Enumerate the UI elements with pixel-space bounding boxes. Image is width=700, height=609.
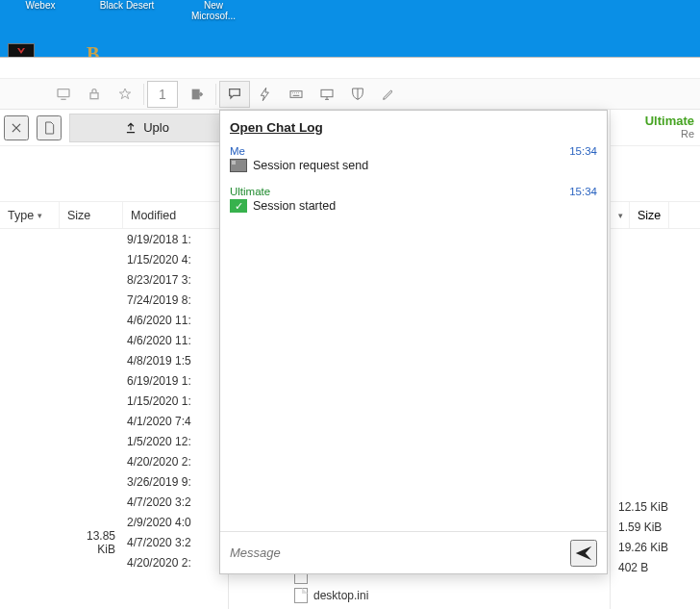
right-rows: 12.15 KiB1.59 KiB19.26 KiB402 B <box>611 229 700 609</box>
table-row[interactable]: 4/6/2020 11: <box>0 330 228 350</box>
col-modified[interactable]: Modified <box>123 202 228 228</box>
chat-message: Ultimate15:34 ✓Session started <box>230 186 597 213</box>
table-row[interactable]: 1/15/2020 4: <box>0 249 228 269</box>
content-area: Uplo Type▾ Size Modified 9/19/2018 1:1/1… <box>0 110 700 609</box>
display-icon[interactable] <box>312 81 342 108</box>
table-row[interactable]: 8/23/2017 3: <box>0 269 228 290</box>
remote-user-header: Ultimate Re <box>611 110 700 146</box>
table-row[interactable]: 9/19/2018 1: <box>0 229 228 249</box>
right-panel: Ultimate Re ▾ Size 12.15 KiB1.59 KiB19.2… <box>610 110 700 609</box>
chat-body: Me15:34 Session request send Ultimate15:… <box>220 141 607 531</box>
table-row[interactable]: 4/1/2020 7:4 <box>0 411 228 431</box>
screen-icon <box>230 159 247 172</box>
table-row[interactable]: 3/26/2019 9: <box>0 471 228 492</box>
chat-icon[interactable] <box>219 81 250 108</box>
svg-rect-0 <box>58 89 69 96</box>
col-spacer: ▾ <box>611 202 630 228</box>
col-type[interactable]: Type▾ <box>0 202 60 228</box>
chevron-down-icon: ▾ <box>38 211 42 220</box>
list-item[interactable]: 12.15 KiB <box>611 496 700 517</box>
table-row[interactable]: 4/7/2020 3:2 <box>0 492 228 512</box>
chat-header: Open Chat Log <box>220 111 607 141</box>
svg-rect-3 <box>290 90 302 97</box>
lock-icon[interactable] <box>79 81 110 108</box>
table-row[interactable]: 4/6/2020 11: <box>0 310 228 330</box>
close-icon[interactable] <box>4 115 29 140</box>
table-row[interactable]: 1/5/2020 12: <box>0 431 228 451</box>
shield-icon[interactable] <box>342 81 373 108</box>
toolbar: 1 <box>0 79 700 110</box>
file-item[interactable]: desktop.ini <box>294 588 368 603</box>
file-icon <box>294 588 308 603</box>
star-icon[interactable] <box>110 81 140 108</box>
table-row[interactable]: 4/20/2020 2: <box>0 451 228 471</box>
lightning-icon[interactable] <box>250 81 281 108</box>
export-icon[interactable] <box>182 81 212 108</box>
session-count-badge[interactable]: 1 <box>147 81 178 108</box>
table-row[interactable]: 6/19/2019 1: <box>0 370 228 391</box>
monitor-icon[interactable] <box>48 81 79 108</box>
list-item[interactable]: 19.26 KiB <box>611 537 700 557</box>
chevron-down-icon: ▾ <box>618 211 623 220</box>
titlebar <box>0 58 700 79</box>
desktop-icon-new-microsoft[interactable]: New Microsof... <box>185 0 242 21</box>
right-columns-header: ▾ Size <box>611 202 700 229</box>
open-chat-log-link[interactable]: Open Chat Log <box>230 120 323 135</box>
table-row[interactable]: 7/24/2019 8: <box>0 290 228 310</box>
desktop-icon-black-desert[interactable]: Black Desert <box>98 0 156 21</box>
keyboard-icon[interactable] <box>281 81 312 108</box>
chat-message-input[interactable] <box>230 546 562 560</box>
upload-bar: Uplo <box>0 110 228 146</box>
chat-input-bar <box>220 531 607 573</box>
desktop-icon-webex[interactable]: Webex <box>12 0 69 21</box>
send-icon[interactable] <box>570 540 597 567</box>
columns-header: Type▾ Size Modified <box>0 202 228 229</box>
list-item[interactable]: 402 B <box>611 557 700 577</box>
col-size-right[interactable]: Size <box>630 202 669 228</box>
document-icon[interactable] <box>37 115 62 140</box>
desktop-background: Webex Black Desert New Microsof... B <box>0 0 700 57</box>
list-item[interactable]: 1.59 KiB <box>611 517 700 537</box>
svg-rect-4 <box>321 89 333 96</box>
col-size[interactable]: Size <box>60 202 123 228</box>
file-rows: 9/19/2018 1:1/15/2020 4:8/23/2017 3:7/24… <box>0 229 228 609</box>
table-row[interactable]: 13.85 KiB4/7/2020 3:2 <box>0 532 228 552</box>
table-row[interactable]: 1/15/2020 1: <box>0 391 228 411</box>
chat-popup: Open Chat Log Me15:34 Session request se… <box>219 110 608 574</box>
upload-button[interactable]: Uplo <box>69 114 224 142</box>
pencil-icon[interactable] <box>373 81 404 108</box>
check-icon: ✓ <box>230 199 247 213</box>
app-window: 1 Uplo Type▾ <box>0 57 700 609</box>
left-file-panel: Uplo Type▾ Size Modified 9/19/2018 1:1/1… <box>0 110 229 609</box>
chat-message: Me15:34 Session request send <box>230 145 597 172</box>
svg-rect-1 <box>90 92 98 98</box>
table-row[interactable]: 4/8/2019 1:5 <box>0 350 228 370</box>
